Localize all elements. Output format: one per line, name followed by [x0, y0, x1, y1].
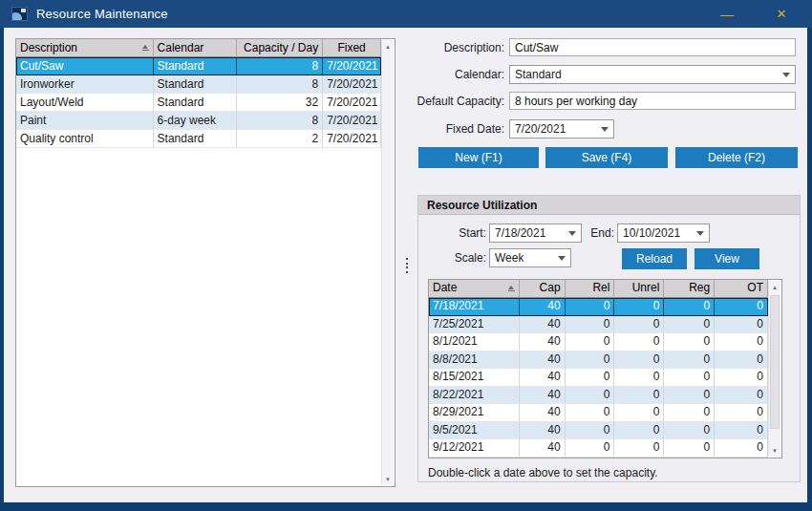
calendar-label: Calendar:: [380, 65, 504, 84]
column-header-calendar[interactable]: Calendar: [154, 39, 238, 57]
start-date-dropdown[interactable]: 7/18/2021: [489, 224, 582, 243]
grid-cell: 0: [614, 422, 664, 440]
grid-cell: 0: [664, 316, 715, 334]
grid-row[interactable]: 9/5/2021400000: [429, 422, 768, 440]
column-header-ot[interactable]: OT: [715, 280, 768, 298]
grid-cell: 0: [614, 439, 664, 458]
grid-cell: 8/8/2021: [429, 351, 520, 370]
column-header-label: Cap: [540, 280, 561, 297]
grid-cell: Standard: [154, 94, 238, 112]
grid-cell: 0: [614, 316, 664, 334]
column-header-description[interactable]: Description: [16, 39, 154, 57]
save-button[interactable]: Save (F4): [545, 147, 668, 168]
column-header-label: Reg: [689, 280, 710, 297]
scale-value: Week: [495, 251, 524, 265]
grid-cell: 0: [715, 387, 768, 405]
fixed-date-dropdown[interactable]: 7/20/2021: [509, 119, 614, 138]
grid-cell: 40: [520, 387, 566, 405]
scrollbar-thumb[interactable]: [770, 295, 780, 429]
fixed-date-label: Fixed Date:: [380, 119, 504, 138]
chevron-down-icon: [601, 127, 609, 132]
utilization-grid: DateCapRelUnrelRegOT7/18/20214000007/25/…: [428, 279, 782, 458]
reload-button[interactable]: Reload: [622, 248, 687, 269]
grid-row[interactable]: 8/1/2021400000: [429, 333, 768, 351]
grid-row-selected[interactable]: Cut/SawStandard87/20/2021: [16, 57, 381, 75]
grid-row-selected[interactable]: 7/18/2021400000: [429, 298, 768, 316]
grid-cell: 0: [715, 316, 768, 334]
grid-cell: 0: [664, 404, 715, 422]
grid-cell: 9/5/2021: [429, 422, 520, 440]
grid-cell: 0: [566, 422, 615, 440]
start-date-value: 7/18/2021: [495, 226, 545, 240]
grid-cell: 0: [715, 439, 768, 458]
resource-utilization-title: Resource Utilization: [418, 196, 800, 215]
app-icon: [11, 7, 28, 21]
view-button[interactable]: View: [694, 248, 759, 269]
grid-cell: 0: [566, 316, 615, 334]
grid-row[interactable]: 9/12/2021400000: [429, 439, 768, 458]
grid-cell: 0: [614, 298, 664, 316]
scale-dropdown[interactable]: Week: [489, 248, 571, 267]
grid-row[interactable]: Quality controlStandard27/20/2021: [16, 130, 381, 148]
grid-cell: Standard: [154, 75, 238, 94]
column-header-label: Capacity / Day: [244, 39, 318, 56]
grid-cell: 0: [566, 439, 615, 458]
column-header-rel[interactable]: Rel: [566, 280, 615, 298]
grid-cell: 0: [614, 369, 664, 387]
grid-cell: 8: [237, 57, 323, 75]
grid-row[interactable]: Layout/WeldStandard327/20/2021: [16, 94, 381, 112]
grid-cell: 40: [520, 316, 566, 334]
column-header-reg[interactable]: Reg: [664, 280, 715, 298]
resource-maintenance-window: Resource Maintenance — ✕ DescriptionCale…: [0, 0, 812, 511]
grid-cell: 0: [664, 369, 715, 387]
column-header-unrel[interactable]: Unrel: [614, 280, 664, 298]
utilization-grid-scrollbar[interactable]: ▲ ▼: [768, 281, 780, 457]
scroll-down-icon[interactable]: ▼: [769, 444, 780, 457]
grid-row[interactable]: Paint6-day week87/20/2021: [16, 112, 381, 130]
grid-row[interactable]: 8/15/2021400000: [429, 369, 768, 387]
grid-row[interactable]: 8/22/2021400000: [429, 387, 768, 405]
grid-cell: 8: [237, 75, 323, 94]
grid-header-row: DescriptionCalendarCapacity / DayFixed: [16, 39, 381, 57]
grid-cell: 0: [614, 404, 664, 422]
grid-cell: 40: [520, 404, 566, 422]
new-button[interactable]: New (F1): [418, 147, 539, 168]
grid-row[interactable]: 8/8/2021400000: [429, 351, 768, 370]
title-bar: Resource Maintenance — ✕: [0, 0, 812, 28]
scroll-up-icon[interactable]: ▲: [769, 281, 780, 293]
grid-cell: 9/12/2021: [429, 439, 520, 458]
grid-row[interactable]: 7/25/2021400000: [429, 316, 768, 334]
grid-cell: 0: [715, 369, 768, 387]
grid-cell: 8/22/2021: [429, 387, 520, 405]
grid-cell: 7/20/2021: [323, 130, 381, 148]
grid-cell: 0: [614, 387, 664, 405]
delete-button[interactable]: Delete (F2): [675, 147, 798, 168]
utilization-grid-body: DateCapRelUnrelRegOT7/18/20214000007/25/…: [429, 280, 768, 458]
column-header-label: Rel: [592, 280, 609, 297]
grid-cell: 7/20/2021: [323, 57, 381, 75]
calendar-dropdown[interactable]: Standard: [509, 65, 796, 84]
grid-cell: 0: [664, 387, 715, 405]
column-header-date[interactable]: Date: [429, 280, 520, 298]
end-date-dropdown[interactable]: 10/10/2021: [617, 224, 710, 243]
splitter-handle[interactable]: [406, 258, 409, 273]
default-capacity-input[interactable]: [509, 92, 796, 110]
grid-cell: 7/25/2021: [429, 316, 520, 334]
sort-ascending-icon: [142, 45, 149, 52]
column-header-fixed[interactable]: Fixed: [323, 39, 381, 57]
grid-cell: 0: [566, 387, 615, 405]
grid-cell: 0: [664, 351, 715, 370]
chevron-down-icon: [558, 256, 566, 261]
scroll-down-icon[interactable]: ▼: [382, 473, 394, 485]
fixed-date-value: 7/20/2021: [515, 122, 566, 136]
grid-cell: 0: [566, 298, 615, 316]
grid-row[interactable]: IronworkerStandard87/20/2021: [16, 75, 381, 94]
close-icon[interactable]: ✕: [767, 0, 796, 28]
end-label: End:: [581, 224, 614, 243]
minimize-button[interactable]: —: [713, 0, 741, 28]
grid-row[interactable]: 8/29/2021400000: [429, 404, 768, 422]
column-header-capacity-day[interactable]: Capacity / Day: [237, 39, 323, 57]
grid-cell: Quality control: [16, 130, 154, 148]
column-header-cap[interactable]: Cap: [520, 280, 566, 298]
description-input[interactable]: [509, 38, 796, 56]
